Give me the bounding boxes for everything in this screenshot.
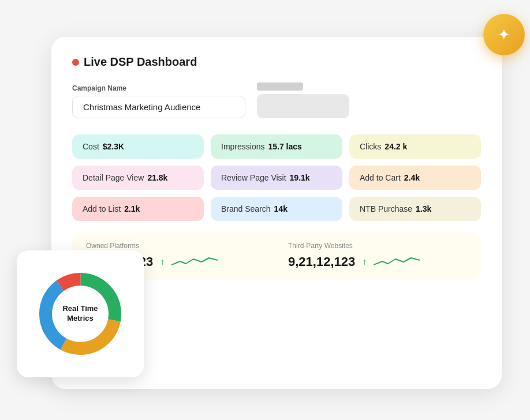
scene: Live DSP Dashboard Campaign Name Cost $2… [17,20,513,400]
live-indicator-dot [72,59,79,66]
metric-badge-6: Add to List 2.1k [72,197,204,221]
campaign-group: Campaign Name [72,84,245,118]
sparkle-icon: ✦ [498,26,510,44]
donut-label: Real TimeMetrics [62,304,98,324]
metric-value: 15.7 lacs [268,142,301,151]
metric-badge-3: Detail Page View 21.8k [72,166,204,190]
metric-value: 2.1k [124,204,140,213]
metric-badge-0: Cost $2.3K [72,134,204,159]
campaign-name-input[interactable] [72,96,245,118]
donut-card: Real TimeMetrics [17,250,144,377]
platform-label: Third-Party Websites [288,242,467,250]
metric-label: Add to Cart [360,173,401,182]
metric-badge-4: Review Page Visit 19.1k [211,166,342,190]
header-row: Live DSP Dashboard [72,55,481,69]
metric-label: Brand Search [221,204,271,213]
metric-value: 21.8k [147,173,167,182]
metric-badge-7: Brand Search 14k [211,197,342,221]
campaign-section: Campaign Name [72,82,481,118]
metric-label: Review Page Visit [221,173,286,182]
metric-badge-8: NTB Purchase 1.3k [349,197,481,221]
donut-container: Real TimeMetrics [34,268,126,360]
metric-badge-1: Impressions 15.7 lacs [211,134,342,159]
metric-value: $2.3K [103,142,124,151]
trend-arrow-icon: ↑ [160,257,165,267]
metric-value: 2.4k [404,173,420,182]
sparkline-chart [374,253,420,271]
trend-arrow-icon: ↑ [362,257,367,267]
second-input-group [257,82,349,118]
platform-label: Owned Platforms [86,242,265,250]
metric-badge-2: Clicks 24.2 k [349,134,481,159]
metric-label: Impressions [221,142,264,151]
platform-item-1: Third-Party Websites 9,21,12,123 ↑ [288,242,467,271]
metric-value: 14k [274,204,288,213]
campaign-name-label: Campaign Name [72,84,245,92]
metric-badge-5: Add to Cart 2.4k [349,166,481,190]
sparkline-chart [171,253,218,271]
second-label-placeholder [257,82,303,91]
metric-label: Clicks [360,142,381,151]
gold-ai-button[interactable]: ✦ [483,14,525,55]
metric-value: 19.1k [290,173,310,182]
metric-label: NTB Purchase [360,204,412,213]
platform-value-row: 9,21,12,123 ↑ [288,253,467,271]
metric-value: 24.2 k [385,142,407,151]
dashboard-title: Live DSP Dashboard [84,55,197,69]
platform-value: 9,21,12,123 [288,254,355,269]
metric-label: Add to List [83,204,121,213]
second-input-placeholder [257,94,349,118]
metrics-grid: Cost $2.3KImpressions 15.7 lacsClicks 24… [72,134,481,221]
metric-label: Cost [83,142,99,151]
metric-label: Detail Page View [83,173,144,182]
metric-value: 1.3k [416,204,431,213]
